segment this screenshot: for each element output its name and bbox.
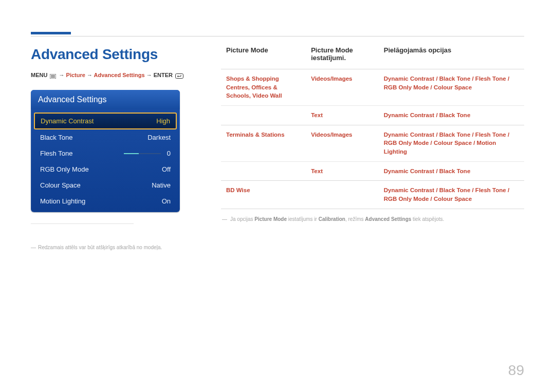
- osd-menu-item[interactable]: Motion LightingOn: [34, 193, 177, 209]
- table-cell: Videos/Images: [306, 69, 379, 106]
- footnote-text: , režīms: [345, 216, 365, 222]
- left-footnote-text: Redzamais attēls var būt atšķirīgs atkar…: [38, 245, 162, 250]
- osd-item-label: RGB Only Mode: [40, 165, 89, 173]
- footnote-bold-advanced-settings: Advanced Settings: [365, 216, 411, 222]
- table-cell: Shops & Shopping Centres, Offices & Scho…: [221, 69, 306, 106]
- th-picture-mode-settings: Picture Mode iestatījumi.: [306, 46, 379, 69]
- footnote-bold-picture-mode: Picture Mode: [254, 216, 287, 222]
- left-footnote: ―Redzamais attēls var būt atšķirīgs atka…: [31, 245, 200, 250]
- footnote-text: iestatījums ir: [287, 216, 319, 222]
- osd-menu-item[interactable]: Black ToneDarkest: [34, 129, 177, 145]
- table-row: Shops & Shopping Centres, Offices & Scho…: [221, 69, 524, 106]
- osd-item-value-group: High: [156, 117, 170, 125]
- osd-item-value-group: Native: [152, 181, 171, 189]
- osd-item-label: Motion Lighting: [40, 197, 85, 205]
- footnote-divider: [31, 223, 134, 224]
- th-customizable-options: Pielāgojamās opcijas: [379, 46, 524, 69]
- osd-item-value: On: [162, 197, 171, 205]
- menu-icon: [50, 72, 56, 79]
- manual-page: Advanced Settings MENU → Picture → Advan…: [0, 0, 555, 392]
- breadcrumb-arrow: →: [59, 72, 65, 78]
- osd-item-value: Native: [152, 181, 171, 189]
- table-cell: Text: [306, 106, 379, 125]
- table-cell: [221, 161, 306, 181]
- slider-fill: [124, 153, 139, 154]
- osd-panel-body: Dynamic ContrastHighBlack ToneDarkestFle…: [31, 109, 180, 212]
- osd-item-label: Black Tone: [40, 134, 72, 141]
- th-picture-mode: Picture Mode: [221, 46, 306, 69]
- breadcrumb-arrow: →: [146, 72, 152, 78]
- header-divider: [31, 36, 524, 36]
- table-row: TextDynamic Contrast / Black Tone: [221, 106, 524, 125]
- breadcrumb-arrow: →: [87, 72, 92, 78]
- table-cell: Text: [306, 161, 379, 181]
- calibration-footnote: Ja opcijas Picture Mode iestatījums ir C…: [221, 216, 524, 222]
- table-cell: [221, 106, 306, 125]
- osd-panel-header: Advanced Settings: [31, 90, 180, 109]
- osd-item-label: Colour Space: [40, 181, 81, 189]
- options-table: Picture Mode Picture Mode iestatījumi. P…: [221, 46, 524, 209]
- osd-item-value-group: 0: [124, 150, 171, 157]
- table-cell: BD Wise: [221, 181, 306, 209]
- osd-menu-item[interactable]: Dynamic ContrastHigh: [34, 113, 177, 129]
- footnote-text: Ja opcijas: [230, 216, 254, 222]
- table-row: Terminals & StationsVideos/ImagesDynamic…: [221, 125, 524, 161]
- table-cell: [306, 181, 379, 209]
- osd-item-value-group: Darkest: [147, 134, 171, 141]
- page-title: Advanced Settings: [31, 46, 200, 63]
- header-accent-bar: [31, 32, 71, 34]
- osd-item-value: High: [156, 117, 170, 125]
- breadcrumb-enter: ENTER: [154, 72, 173, 78]
- osd-item-label: Flesh Tone: [40, 150, 72, 157]
- table-row: TextDynamic Contrast / Black Tone: [221, 161, 524, 181]
- breadcrumb: MENU → Picture → Advanced Settings → ENT…: [31, 72, 200, 79]
- table-row: BD WiseDynamic Contrast / Black Tone / F…: [221, 181, 524, 209]
- right-column: Picture Mode Picture Mode iestatījumi. P…: [221, 46, 524, 250]
- osd-item-value: Darkest: [147, 134, 171, 141]
- svg-marker-5: [177, 76, 178, 77]
- table-cell: Dynamic Contrast / Black Tone: [379, 106, 524, 125]
- breadcrumb-advanced: Advanced Settings: [94, 72, 145, 78]
- breadcrumb-picture: Picture: [66, 72, 85, 78]
- osd-item-value-group: On: [162, 197, 171, 205]
- osd-item-value: 0: [167, 150, 171, 157]
- breadcrumb-menu: MENU: [31, 72, 47, 78]
- enter-icon: [175, 72, 183, 79]
- table-cell: Dynamic Contrast / Black Tone / Flesh To…: [379, 181, 524, 209]
- table-cell: Videos/Images: [306, 125, 379, 161]
- table-cell: Terminals & Stations: [221, 125, 306, 161]
- footnote-text: tiek atspējots.: [411, 216, 444, 222]
- osd-item-label: Dynamic Contrast: [41, 117, 94, 125]
- table-cell: Dynamic Contrast / Black Tone / Flesh To…: [379, 69, 524, 106]
- page-number: 89: [508, 362, 524, 379]
- footnote-bold-calibration: Calibration: [319, 216, 345, 222]
- osd-panel: Advanced Settings Dynamic ContrastHighBl…: [31, 90, 180, 212]
- table-cell: Dynamic Contrast / Black Tone / Flesh To…: [379, 125, 524, 161]
- slider-track[interactable]: [124, 153, 161, 154]
- osd-item-value-group: Off: [162, 165, 171, 173]
- left-column: Advanced Settings MENU → Picture → Advan…: [31, 46, 200, 250]
- osd-menu-item[interactable]: Colour SpaceNative: [34, 177, 177, 193]
- osd-menu-item[interactable]: RGB Only ModeOff: [34, 161, 177, 177]
- table-cell: Dynamic Contrast / Black Tone: [379, 161, 524, 181]
- osd-item-value: Off: [162, 165, 171, 173]
- osd-menu-item[interactable]: Flesh Tone0: [34, 145, 177, 161]
